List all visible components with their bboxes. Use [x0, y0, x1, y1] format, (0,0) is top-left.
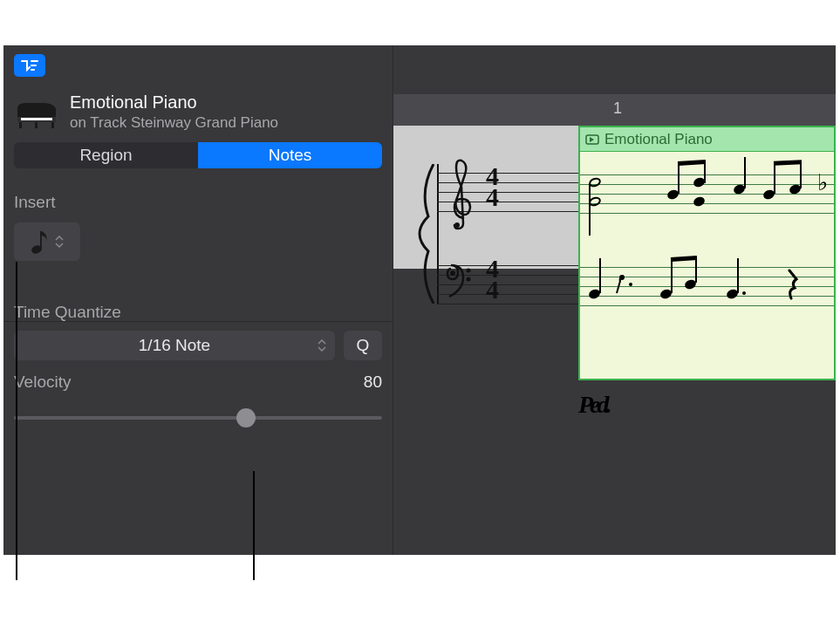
bar-number: 1 — [613, 99, 622, 118]
quarter-rest-icon — [786, 269, 800, 304]
score-lead-in: 44 44 — [393, 126, 578, 269]
catch-filter-icon — [21, 59, 38, 72]
time-signature-bass: 44 — [486, 258, 499, 300]
score-editor-panel: Emotional Piano on Track Steinway Grand … — [3, 45, 836, 555]
svg-point-8 — [450, 270, 455, 276]
insert-note-value-popup[interactable] — [14, 222, 80, 261]
svg-rect-1 — [19, 122, 22, 128]
filter-button[interactable] — [14, 54, 45, 77]
chevrons-icon — [318, 339, 326, 352]
midi-region[interactable]: Emotional Piano — [578, 126, 836, 380]
callout-line — [253, 471, 255, 580]
time-quantize-label: Time Quantize — [14, 303, 382, 322]
region-title: Emotional Piano — [70, 92, 278, 113]
velocity-label: Velocity — [14, 373, 71, 392]
eighth-note-icon — [31, 229, 50, 255]
callout-line — [16, 262, 17, 580]
quantize-button[interactable]: Q — [344, 331, 382, 360]
flat-accidental-icon: ♭ — [817, 169, 828, 196]
svg-point-12 — [619, 275, 625, 280]
svg-rect-2 — [35, 122, 38, 128]
velocity-row: Velocity 80 — [14, 373, 382, 392]
grand-staff-brace-icon — [418, 164, 437, 304]
velocity-value: 80 — [364, 373, 382, 392]
treble-clef-icon — [444, 152, 479, 230]
time-signature-treble: 44 — [486, 166, 499, 208]
bar-ruler[interactable]: 1 — [393, 94, 836, 126]
pedal-marking: Ped. — [578, 391, 609, 419]
svg-rect-4 — [21, 118, 52, 120]
svg-rect-6 — [40, 231, 42, 249]
tab-region[interactable]: Region — [14, 142, 198, 168]
svg-point-10 — [467, 277, 471, 282]
region-name-label: Emotional Piano — [604, 131, 713, 148]
piano-icon — [14, 96, 59, 129]
score-area: 1 — [393, 45, 836, 555]
chevrons-icon — [55, 236, 64, 248]
svg-point-7 — [454, 222, 460, 228]
svg-point-9 — [467, 269, 471, 273]
velocity-slider-knob[interactable] — [236, 408, 256, 427]
cycle-icon — [585, 134, 599, 145]
insert-label: Insert — [14, 193, 382, 212]
inspector: Emotional Piano on Track Steinway Grand … — [3, 45, 393, 555]
time-quantize-popup[interactable]: 1/16 Note — [14, 331, 335, 360]
inspector-mode-segment: Region Notes — [14, 142, 382, 168]
bass-clef-icon — [446, 263, 475, 298]
svg-rect-3 — [51, 122, 54, 128]
eighth-rest-icon — [615, 274, 627, 295]
tab-notes[interactable]: Notes — [198, 142, 382, 168]
region-header-bar[interactable]: Emotional Piano — [580, 127, 834, 152]
region-track-subtitle: on Track Steinway Grand Piano — [70, 114, 278, 132]
region-header: Emotional Piano on Track Steinway Grand … — [14, 92, 382, 132]
velocity-slider[interactable] — [14, 409, 382, 427]
